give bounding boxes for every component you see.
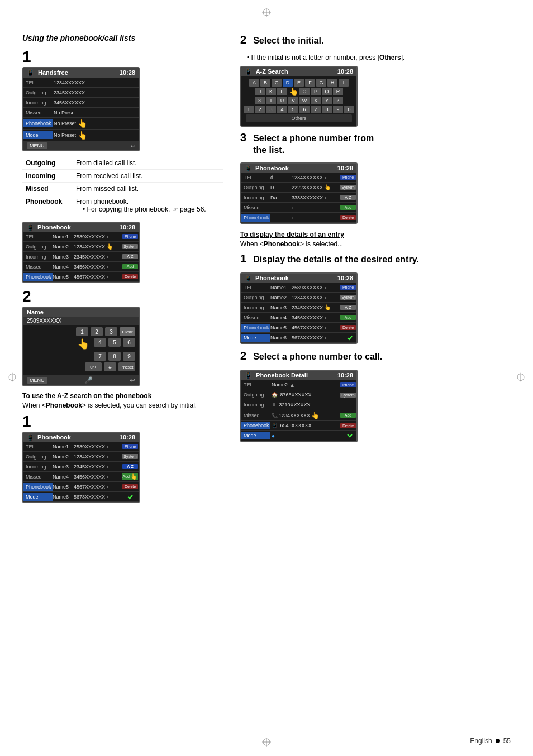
phone-icon-s1: 📱 — [27, 224, 34, 231]
display-details-heading: To display the details of an entry — [240, 231, 511, 238]
az-key-S[interactable]: S — [255, 97, 265, 104]
cursor-s3: 👆 — [324, 184, 331, 190]
az-key-T[interactable]: T — [266, 97, 276, 104]
detail-row-outgoing: Outgoing 🏠 8765XXXXXX System — [241, 390, 356, 400]
az-key-1[interactable]: 1 — [244, 106, 254, 113]
info-row-missed: Missed From missed call list. — [22, 183, 223, 195]
num-name-display: 2589XXXXXX — [23, 317, 139, 325]
az-key-W[interactable]: W — [299, 97, 310, 104]
office-icon: 🖥 — [272, 402, 277, 408]
az-key-R[interactable]: R — [333, 88, 343, 95]
pb-row-tel-1: TEL Name1 2589XXXXXX › Phone — [23, 232, 139, 242]
az-row-1: A B C D E F G H I — [244, 79, 354, 87]
phone2-icon: 📞 — [272, 413, 278, 418]
num-menu-button[interactable]: MENU — [27, 377, 47, 384]
num-key-9[interactable]: 9 — [123, 352, 135, 361]
num-key-hash[interactable]: # — [104, 362, 116, 371]
az-key-C[interactable]: C — [272, 79, 282, 87]
phonebook-screen-az-body: TEL Name1 2589XXXXXX › Phone Outgoing Na… — [23, 442, 139, 502]
cursor-icon: 👆 — [78, 119, 87, 128]
num-key-2[interactable]: 2 — [91, 327, 103, 336]
num-key-1[interactable]: 1 — [76, 327, 88, 336]
cursor-s2: 👆 — [77, 338, 89, 350]
home-icon: 🏠 — [272, 392, 278, 398]
step2-num-right: 2 — [240, 34, 246, 46]
footer-page-number: 55 — [503, 737, 511, 745]
az-key-0[interactable]: 0 — [344, 106, 354, 113]
az-others-button[interactable]: Others — [246, 114, 352, 122]
checkmark-icon — [122, 494, 139, 500]
num-row-4: 0/+ # Preset — [27, 362, 135, 371]
num-key-3[interactable]: 3 — [105, 327, 117, 336]
num-key-preset[interactable]: Preset — [118, 362, 135, 371]
s3-pb-row-incoming: Incoming Da 3333XXXXXX › A-Z — [241, 193, 356, 203]
phone-icon-azs: 📱 — [245, 68, 253, 75]
display-step2-heading: Select a phone number to call. — [253, 351, 382, 363]
num-key-0plus[interactable]: 0/+ — [85, 362, 102, 371]
num-key-4[interactable]: 4 — [94, 338, 106, 347]
az-key-4[interactable]: 4 — [277, 106, 287, 113]
az-key-3[interactable]: 3 — [266, 106, 276, 113]
num-grid: 1 2 3 Clear 👆 4 5 6 7 8 9 — [23, 325, 139, 375]
az-key-Q[interactable]: Q — [322, 88, 332, 95]
az-key-7[interactable]: 7 — [311, 106, 321, 113]
az-key-B[interactable]: B — [260, 79, 270, 87]
az-key-Y[interactable]: Y — [322, 97, 332, 104]
footer-language: English — [470, 737, 492, 745]
phone-icon-s3: 📱 — [245, 165, 251, 171]
num-row-2: 👆 4 5 6 — [27, 338, 135, 350]
step3-num: 3 — [240, 131, 246, 144]
az-key-I[interactable]: I — [339, 79, 349, 87]
az-key-E[interactable]: E — [294, 79, 304, 87]
az-key-F[interactable]: F — [305, 79, 315, 87]
az-key-U[interactable]: U — [277, 97, 287, 104]
bullet-icon: ● — [272, 433, 275, 439]
az-key-V[interactable]: V — [288, 97, 298, 104]
num-key-6[interactable]: 6 — [123, 338, 135, 347]
handsfree-screen-title: 📱 Handsfree — [27, 69, 68, 76]
display-step1-container: 1 Display the details of the desired ent… — [240, 252, 511, 269]
pb-row-outgoing-1: Outgoing Name2 1234XXXXXX 👆 System — [23, 242, 139, 252]
az-row-2: J K L 👆 O P Q R — [244, 88, 354, 95]
az-step1-number: 1 — [22, 414, 223, 429]
az-key-G[interactable]: G — [316, 79, 326, 87]
num-key-7[interactable]: 7 — [94, 352, 106, 361]
s3-pb-row-missed: Missed › Add — [241, 203, 356, 213]
az-key-X[interactable]: X — [311, 97, 321, 104]
menu-button[interactable]: MENU — [27, 142, 47, 149]
mobile-icon: 📱 — [272, 423, 278, 428]
az-pb-row-mode: Mode Name6 5678XXXXXX › — [23, 492, 139, 502]
az-search-heading: To use the A-Z search on the phonebook — [22, 392, 223, 400]
num-key-clear[interactable]: Clear — [120, 327, 135, 336]
section-title: Using the phonebook/call lists — [22, 34, 223, 42]
handsfree-screen-menu: MENU ↩ — [23, 141, 139, 150]
pb-row-incoming-1: Incoming Name3 2345XXXXXX › A-Z — [23, 252, 139, 262]
az-key-5[interactable]: 5 — [288, 106, 298, 113]
az-key-J[interactable]: J — [255, 88, 265, 95]
phonebook-screen-1-header: 📱 Phonebook 10:28 — [23, 223, 139, 232]
az-key-2[interactable]: 2 — [255, 106, 265, 113]
pb-row-missed-1: Missed Name4 3456XXXXXX › Add — [23, 262, 139, 272]
az-key-6[interactable]: 6 — [299, 106, 310, 113]
az-key-Z[interactable]: Z — [333, 97, 343, 104]
az-key-O[interactable]: O — [299, 88, 310, 95]
az-key-L[interactable]: L — [277, 88, 287, 95]
az-key-9[interactable]: 9 — [333, 106, 343, 113]
left-column: Using the phonebook/call lists 1 📱 Hands… — [22, 34, 223, 509]
phonebook-screen-az-header: 📱 Phonebook 10:28 — [23, 433, 139, 442]
phonebook-screen-detail-header: 📱 Phonebook 10:28 — [241, 274, 356, 283]
detail-row-phonebook: Phonebook 📱 6543XXXXXX Delete — [241, 421, 356, 431]
s3-pb-row-tel: TEL d 1234XXXXXX › Phone — [241, 173, 356, 183]
step2-heading: Select the initial. — [253, 35, 323, 47]
az-key-D[interactable]: D — [283, 79, 293, 87]
az-key-K[interactable]: K — [266, 88, 276, 95]
az-key-P[interactable]: P — [311, 88, 321, 95]
az-key-H[interactable]: H — [327, 79, 337, 87]
cursor-det: 👆 — [324, 304, 331, 310]
det-pb-row-mode: Mode Name6 5678XXXXXX › — [241, 333, 356, 343]
az-key-8[interactable]: 8 — [322, 106, 332, 113]
num-key-8[interactable]: 8 — [108, 352, 121, 361]
az-key-A[interactable]: A — [249, 79, 259, 87]
num-key-5[interactable]: 5 — [108, 338, 121, 347]
phonebook-screen-detail: 📱 Phonebook 10:28 TEL Name1 2589XXXXXX ›… — [240, 272, 358, 344]
